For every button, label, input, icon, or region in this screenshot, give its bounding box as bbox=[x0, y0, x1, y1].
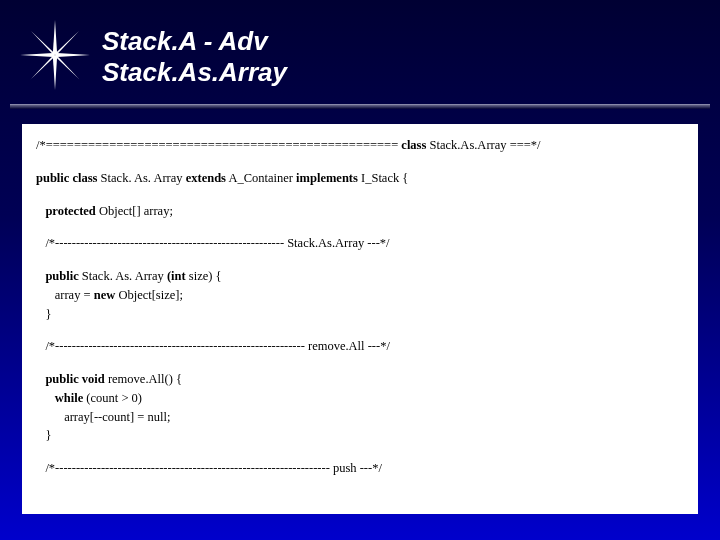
svg-marker-3 bbox=[55, 53, 90, 57]
code-line: } bbox=[36, 305, 684, 324]
code-line: /*--------------------------------------… bbox=[36, 459, 684, 478]
title-line-1: Stack.A - Adv bbox=[102, 26, 287, 57]
svg-marker-1 bbox=[53, 55, 57, 90]
svg-marker-7 bbox=[55, 55, 80, 80]
svg-marker-6 bbox=[31, 55, 56, 80]
code-line: array = new Object[size]; bbox=[36, 286, 684, 305]
code-line: protected Object[] array; bbox=[36, 202, 684, 221]
code-line: public void remove.All() { bbox=[36, 370, 684, 389]
title-block: Stack.A - Adv Stack.As.Array bbox=[102, 26, 287, 88]
code-line: public class Stack. As. Array extends A_… bbox=[36, 169, 684, 188]
header-divider bbox=[10, 104, 710, 109]
code-line: array[--count] = null; bbox=[36, 408, 684, 427]
svg-marker-0 bbox=[53, 20, 57, 55]
code-line: /*--------------------------------------… bbox=[36, 234, 684, 253]
title-line-2: Stack.As.Array bbox=[102, 57, 287, 88]
code-line: while (count > 0) bbox=[36, 389, 684, 408]
code-line: } bbox=[36, 426, 684, 445]
code-line: public Stack. As. Array (int size) { bbox=[36, 267, 684, 286]
svg-marker-4 bbox=[31, 31, 56, 56]
code-line: /*--------------------------------------… bbox=[36, 337, 684, 356]
slide-header: Stack.A - Adv Stack.As.Array bbox=[0, 0, 720, 104]
code-panel: /*======================================… bbox=[22, 124, 698, 514]
code-line: /*======================================… bbox=[36, 136, 684, 155]
burst-star-icon bbox=[20, 20, 90, 94]
svg-marker-2 bbox=[20, 53, 55, 57]
svg-marker-5 bbox=[55, 31, 80, 56]
